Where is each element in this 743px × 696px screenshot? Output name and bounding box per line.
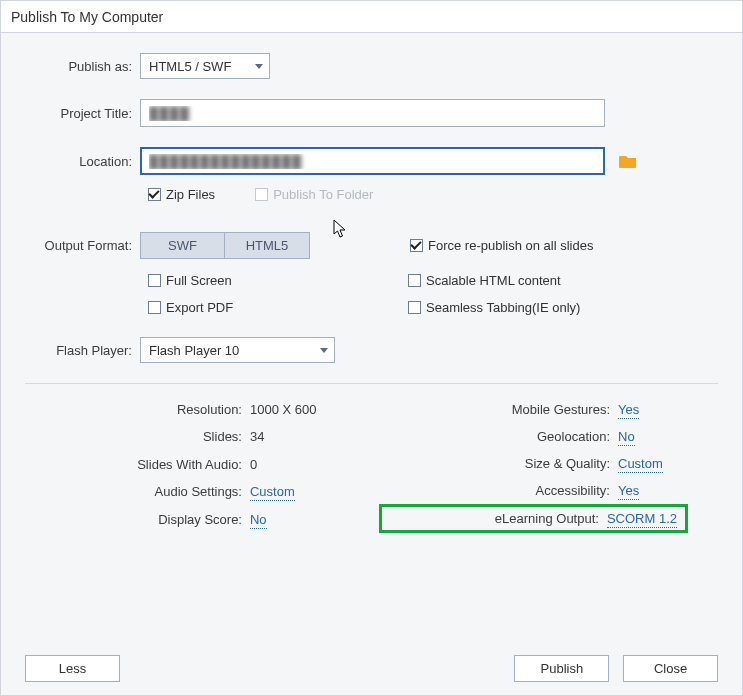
display-score-link[interactable]: No xyxy=(250,512,267,529)
mobile-gestures-label: Mobile Gestures: xyxy=(387,402,611,417)
close-button[interactable]: Close xyxy=(623,655,718,682)
audio-settings-label: Audio Settings: xyxy=(65,484,242,499)
row-project-title: Project Title: xyxy=(25,99,718,127)
window-title: Publish To My Computer xyxy=(11,9,163,25)
summary-right: Mobile Gestures: Yes Geolocation: No Siz… xyxy=(387,402,719,527)
elearning-output-highlight: eLearning Output: SCORM 1.2 xyxy=(379,504,689,533)
export-pdf-checkbox[interactable]: Export PDF xyxy=(148,300,368,315)
force-republish-checkbox[interactable]: Force re-publish on all slides xyxy=(410,238,593,253)
row-location: Location: xyxy=(25,147,718,175)
titlebar: Publish To My Computer xyxy=(1,1,742,33)
label-project-title: Project Title: xyxy=(25,106,140,121)
publish-dialog: Publish To My Computer Publish as: HTML5… xyxy=(0,0,743,696)
checkbox-icon xyxy=(410,239,423,252)
flash-player-value: Flash Player 10 xyxy=(149,343,239,358)
mobile-gestures-link[interactable]: Yes xyxy=(618,402,639,419)
size-quality-link[interactable]: Custom xyxy=(618,456,663,473)
publish-to-folder-checkbox: Publish To Folder xyxy=(255,187,373,202)
divider xyxy=(25,383,718,384)
full-screen-checkbox[interactable]: Full Screen xyxy=(148,273,368,288)
publish-button[interactable]: Publish xyxy=(514,655,609,682)
label-location: Location: xyxy=(25,154,140,169)
display-score-label: Display Score: xyxy=(65,512,242,527)
accessibility-label: Accessibility: xyxy=(387,483,611,498)
slides-value: 34 xyxy=(250,429,317,444)
publish-as-dropdown[interactable]: HTML5 / SWF xyxy=(140,53,270,79)
publish-as-value: HTML5 / SWF xyxy=(149,59,231,74)
checkbox-icon xyxy=(408,274,421,287)
label-flash-player: Flash Player: xyxy=(25,343,140,358)
location-input[interactable] xyxy=(140,147,605,175)
checkbox-icon xyxy=(255,188,268,201)
less-button[interactable]: Less xyxy=(25,655,120,682)
resolution-label: Resolution: xyxy=(65,402,242,417)
row-output-format: Output Format: SWF HTML5 Force re-publis… xyxy=(25,232,718,259)
dialog-footer: Less Publish Close xyxy=(1,641,742,695)
browse-folder-button[interactable] xyxy=(619,154,637,168)
flash-player-dropdown[interactable]: Flash Player 10 xyxy=(140,337,335,363)
row-flash-player: Flash Player: Flash Player 10 xyxy=(25,337,718,363)
row-zip-options: Zip Files Publish To Folder xyxy=(148,187,718,202)
checkbox-icon xyxy=(408,301,421,314)
project-title-input[interactable] xyxy=(140,99,605,127)
summary-left: Resolution: 1000 X 600 Slides: 34 Slides… xyxy=(25,402,357,527)
geolocation-label: Geolocation: xyxy=(387,429,611,444)
slides-audio-value: 0 xyxy=(250,457,317,472)
slides-audio-label: Slides With Audio: xyxy=(65,457,242,472)
checkbox-icon xyxy=(148,188,161,201)
folder-icon xyxy=(619,154,637,168)
slides-label: Slides: xyxy=(65,429,242,444)
label-publish-as: Publish as: xyxy=(25,59,140,74)
chevron-down-icon xyxy=(320,348,328,353)
accessibility-link[interactable]: Yes xyxy=(618,483,639,500)
label-output-format: Output Format: xyxy=(25,238,140,253)
checkbox-icon xyxy=(148,274,161,287)
dialog-content: Publish as: HTML5 / SWF Project Title: L… xyxy=(1,33,742,537)
elearning-output-label: eLearning Output: xyxy=(388,511,607,526)
audio-settings-link[interactable]: Custom xyxy=(250,484,295,501)
summary-grid: Resolution: 1000 X 600 Slides: 34 Slides… xyxy=(25,402,718,527)
html5-button[interactable]: HTML5 xyxy=(225,232,310,259)
elearning-output-link[interactable]: SCORM 1.2 xyxy=(607,511,677,528)
scalable-html-checkbox[interactable]: Scalable HTML content xyxy=(408,273,678,288)
chevron-down-icon xyxy=(255,64,263,69)
row-publish-as: Publish as: HTML5 / SWF xyxy=(25,53,718,79)
seamless-tabbing-checkbox[interactable]: Seamless Tabbing(IE only) xyxy=(408,300,678,315)
output-options-grid: Full Screen Scalable HTML content Export… xyxy=(148,273,718,315)
geolocation-link[interactable]: No xyxy=(618,429,635,446)
resolution-value: 1000 X 600 xyxy=(250,402,317,417)
zip-files-checkbox[interactable]: Zip Files xyxy=(148,187,215,202)
size-quality-label: Size & Quality: xyxy=(387,456,611,471)
checkbox-icon xyxy=(148,301,161,314)
swf-button[interactable]: SWF xyxy=(140,232,225,259)
output-format-toggle: SWF HTML5 xyxy=(140,232,310,259)
